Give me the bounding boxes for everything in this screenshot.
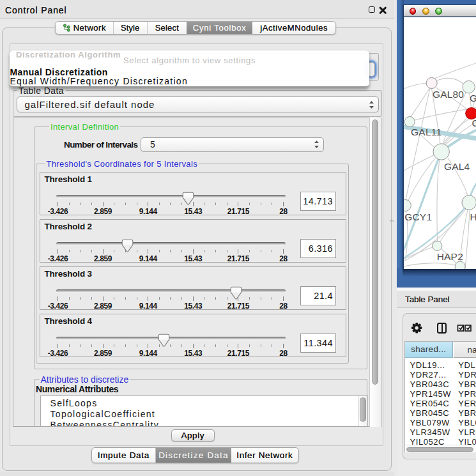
svg-text:C.: C. — [472, 118, 476, 128]
svg-text:GAL11: GAL11 — [411, 127, 441, 137]
svg-text:HAP2: HAP2 — [436, 251, 463, 262]
svg-text:GCY1: GCY1 — [404, 211, 432, 222]
svg-text:GAL4: GAL4 — [444, 161, 470, 172]
svg-text:H: H — [470, 211, 476, 222]
svg-text:GAL80: GAL80 — [432, 89, 463, 100]
svg-text:G.: G. — [469, 93, 476, 104]
